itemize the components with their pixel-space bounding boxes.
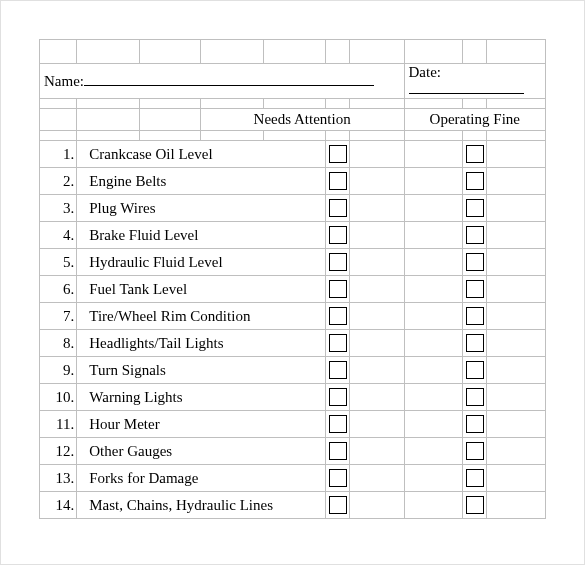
checkbox-icon [329, 280, 347, 298]
operating-fine-checkbox[interactable] [463, 276, 487, 303]
operating-fine-checkbox[interactable] [463, 222, 487, 249]
blank-cell [487, 384, 546, 411]
spacer-row-2 [40, 131, 546, 141]
checkbox-icon [466, 442, 484, 460]
blank-cell [487, 465, 546, 492]
item-number: 4. [40, 222, 77, 249]
blank-row-top [40, 40, 546, 64]
needs-attention-checkbox[interactable] [326, 303, 350, 330]
operating-fine-checkbox[interactable] [463, 330, 487, 357]
checkbox-icon [466, 388, 484, 406]
operating-fine-checkbox[interactable] [463, 195, 487, 222]
blank-cell [349, 303, 404, 330]
needs-attention-checkbox[interactable] [326, 465, 350, 492]
item-label: Hydraulic Fluid Level [77, 249, 326, 276]
blank-cell [349, 168, 404, 195]
checkbox-icon [329, 253, 347, 271]
checkbox-icon [466, 145, 484, 163]
operating-fine-checkbox[interactable] [463, 303, 487, 330]
checkbox-icon [329, 172, 347, 190]
needs-attention-checkbox[interactable] [326, 357, 350, 384]
blank-cell [349, 249, 404, 276]
item-label: Brake Fluid Level [77, 222, 326, 249]
blank-cell [487, 249, 546, 276]
operating-fine-checkbox[interactable] [463, 141, 487, 168]
needs-attention-checkbox[interactable] [326, 249, 350, 276]
needs-attention-checkbox[interactable] [326, 222, 350, 249]
blank-cell [487, 330, 546, 357]
item-label: Hour Meter [77, 411, 326, 438]
blank-cell [404, 330, 463, 357]
item-number: 5. [40, 249, 77, 276]
blank-cell [404, 303, 463, 330]
checkbox-icon [466, 280, 484, 298]
item-number: 11. [40, 411, 77, 438]
column-header-row: Needs Attention Operating Fine [40, 109, 546, 131]
item-label: Crankcase Oil Level [77, 141, 326, 168]
operating-fine-checkbox[interactable] [463, 168, 487, 195]
needs-attention-checkbox[interactable] [326, 276, 350, 303]
operating-fine-checkbox[interactable] [463, 438, 487, 465]
blank-cell [404, 195, 463, 222]
blank-cell [349, 384, 404, 411]
item-row: 8.Headlights/Tail Lights [40, 330, 546, 357]
needs-attention-checkbox[interactable] [326, 330, 350, 357]
item-number: 10. [40, 384, 77, 411]
needs-attention-checkbox[interactable] [326, 492, 350, 519]
item-label: Forks for Damage [77, 465, 326, 492]
checkbox-icon [466, 307, 484, 325]
operating-fine-checkbox[interactable] [463, 465, 487, 492]
checkbox-icon [466, 496, 484, 514]
blank-cell [349, 222, 404, 249]
blank-cell [404, 438, 463, 465]
item-row: 1.Crankcase Oil Level [40, 141, 546, 168]
item-number: 13. [40, 465, 77, 492]
item-row: 6.Fuel Tank Level [40, 276, 546, 303]
operating-fine-checkbox[interactable] [463, 357, 487, 384]
checkbox-icon [329, 469, 347, 487]
blank-cell [404, 222, 463, 249]
needs-attention-checkbox[interactable] [326, 168, 350, 195]
blank-cell [487, 492, 546, 519]
needs-attention-checkbox[interactable] [326, 411, 350, 438]
operating-fine-checkbox[interactable] [463, 384, 487, 411]
needs-attention-checkbox[interactable] [326, 384, 350, 411]
needs-attention-checkbox[interactable] [326, 195, 350, 222]
item-row: 3.Plug Wires [40, 195, 546, 222]
checkbox-icon [466, 226, 484, 244]
operating-fine-checkbox[interactable] [463, 492, 487, 519]
blank-cell [404, 411, 463, 438]
blank-cell [487, 276, 546, 303]
operating-fine-checkbox[interactable] [463, 249, 487, 276]
checkbox-icon [329, 442, 347, 460]
date-label: Date: [409, 64, 441, 81]
item-row: 11.Hour Meter [40, 411, 546, 438]
date-field-cell[interactable]: Date: [404, 64, 545, 99]
needs-attention-checkbox[interactable] [326, 438, 350, 465]
blank-cell [487, 195, 546, 222]
blank-cell [487, 357, 546, 384]
checkbox-icon [329, 496, 347, 514]
item-row: 10.Warning Lights [40, 384, 546, 411]
item-label: Fuel Tank Level [77, 276, 326, 303]
item-number: 12. [40, 438, 77, 465]
item-row: 2.Engine Belts [40, 168, 546, 195]
item-label: Mast, Chains, Hydraulic Lines [77, 492, 326, 519]
blank-cell [487, 303, 546, 330]
blank-cell [487, 141, 546, 168]
item-number: 9. [40, 357, 77, 384]
date-underline [409, 93, 524, 94]
item-label: Warning Lights [77, 384, 326, 411]
blank-cell [487, 168, 546, 195]
operating-fine-checkbox[interactable] [463, 411, 487, 438]
inspection-sheet: Name: Date: Needs Attention Operating Fi… [0, 0, 585, 565]
checkbox-icon [466, 172, 484, 190]
name-field-cell[interactable]: Name: [40, 64, 405, 99]
blank-cell [487, 438, 546, 465]
blank-cell [349, 411, 404, 438]
needs-attention-checkbox[interactable] [326, 141, 350, 168]
blank-cell [349, 357, 404, 384]
checkbox-icon [329, 199, 347, 217]
checkbox-icon [329, 145, 347, 163]
blank-cell [404, 141, 463, 168]
